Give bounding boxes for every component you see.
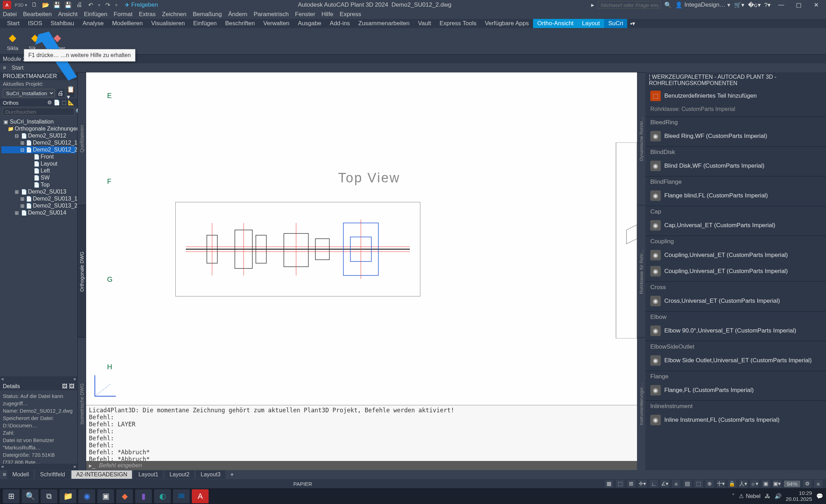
palette-item[interactable]: ◉Elbow 90.0°,Universal_ET (CustomParts I… [645,323,826,339]
pm-details-scrollbar[interactable]: «» [0,464,77,470]
pm-close-icon[interactable]: ✕ [70,73,75,80]
palette-item[interactable]: ◉Elbow Side Outlet,Universal_ET (CustomP… [645,352,826,369]
ribbon-tab-verwalten[interactable]: Verwalten [259,19,294,28]
status-gizmo-icon[interactable]: ⊕ [706,480,714,488]
taskbar-outlook[interactable]: ✉ [173,489,190,503]
help-icon[interactable]: ?▾ [764,1,771,9]
tray-clock[interactable]: 10:2920.01.2025 [786,490,812,502]
tree-item[interactable]: ⊟📄Demo2_SU012 [1,132,76,139]
menu-ändern[interactable]: Ändern [228,11,247,18]
qat-print-icon[interactable]: 🖨 [76,1,83,9]
qat-new-icon[interactable]: 🗋 [31,1,38,9]
project-tree[interactable]: ▣SuCri_Installation 📁Orthogonale Zeichnu… [0,117,77,376]
search-icon[interactable]: 🔍 [664,1,672,9]
status-snap-icon[interactable]: ⬚ [616,480,624,488]
status-2-icon[interactable]: 人▾ [739,480,748,488]
ribbon-tab-verfügbare-apps[interactable]: Verfügbare Apps [481,19,533,28]
maximize-button[interactable]: ▢ [792,1,806,9]
ribbon-tab-overflow-icon[interactable]: ▪▾ [630,20,635,27]
status-config-icon[interactable]: ⚙ [803,480,811,488]
tree-item[interactable]: ⊞📄Demo2_SU013_2 [1,202,76,209]
tray-weather[interactable]: ⚠ Nebel [739,493,761,499]
status-osnap-icon[interactable]: ∟ [650,480,658,488]
status-grid-icon[interactable]: ▦ [605,480,613,488]
status-ortho-icon[interactable]: ⊞ [627,480,636,488]
qat-open-icon[interactable]: 📂 [42,1,50,9]
details-icons[interactable]: 🖼 🖼 [62,383,75,390]
side-tab-2[interactable]: Isometrische DWG [78,337,86,470]
menu-zeichnen[interactable]: Zeichnen [162,11,187,18]
share-button[interactable]: ✈ Freigeben [125,1,158,9]
command-history[interactable]: Licad4Plant3D: Die momentane Zeichnung g… [86,405,637,461]
taskbar-explorer[interactable]: 📁 [59,489,76,503]
tree-item[interactable]: ⊟📄Demo2_SU012_2 [1,146,76,153]
side-tab-0[interactable]: Quelldateien [78,72,86,205]
command-line[interactable]: ▸_ Befehl eingeben [86,461,637,470]
taskbar-taskview[interactable]: ⧉ [41,489,57,503]
palette-item[interactable]: ◉Blind Disk,WF (CustomParts Imperial) [645,158,826,174]
ribbon-tab-ausgabe[interactable]: Ausgabe [294,19,326,28]
status-annotation-icon[interactable]: 十▾ [717,480,725,488]
status-selection-icon[interactable]: ⬚ [694,480,703,488]
cart-icon[interactable]: 🛒▾ [734,1,744,9]
ribbon-tab-layout[interactable]: Layout [578,19,604,28]
hamburger-icon[interactable]: ≡ [3,65,6,71]
palette-item[interactable]: ◉Cap,Universal_ET (CustomParts Imperial) [645,217,826,233]
pm-toolbar-icons[interactable]: ⚙ 📄 ⬚ 📐 [47,99,75,106]
tree-item[interactable]: ⊞📄Demo2_SU012_1 [1,139,76,146]
menu-fenster[interactable]: Fenster [295,11,315,18]
tray-notifications-icon[interactable]: 💬 [816,493,823,499]
palette-item[interactable]: ◉Coupling,Universal_ET (CustomParts Impe… [645,263,826,279]
tree-item[interactable]: 📄Left [1,167,76,174]
project-select[interactable]: SuCri_Installation [3,89,55,97]
ribbon-tab-vault[interactable]: Vault [414,19,435,28]
tray-sound-icon[interactable]: 🔊 [775,493,782,499]
taskbar-app3[interactable]: ▮ [135,489,152,503]
zoom-level[interactable]: 94% [784,481,800,487]
ribbon-tab-sucri[interactable]: SuCri [604,19,628,28]
menu-format[interactable]: Format [114,11,133,18]
menu-extras[interactable]: Extras [139,11,156,18]
ribbon-tab-stahlbau[interactable]: Stahlbau [47,19,78,28]
side-tab-1[interactable]: Orthogonale DWG [78,205,86,338]
taskbar-chrome[interactable]: ◉ [78,489,95,503]
status-lineweight-icon[interactable]: ≡ [672,480,680,488]
pm-scrollbar[interactable]: «» [0,376,77,383]
ribbon-tab-beschriften[interactable]: Beschriften [221,19,259,28]
layout-tab-layout3[interactable]: Layout3 [196,470,225,479]
ribbon-tab-zusammenarbeiten[interactable]: Zusammenarbeiten [354,19,414,28]
layout-tab-modell[interactable]: Modell [7,470,34,479]
taskbar-app4[interactable]: ◐ [154,489,171,503]
status-scale-icon[interactable]: 🔒 [728,480,736,488]
palette-side-tab-0[interactable]: Dynamische Rohrkl… [637,72,645,205]
layout-tabs-hamburger[interactable]: ≡ [3,471,6,478]
drawing-area[interactable]: E F G H Top View [86,72,637,405]
tree-item[interactable]: ⊞📄Demo2_SU013 [1,188,76,195]
tree-item[interactable]: 📄Front [1,153,76,160]
ribbon-tab-add-ins[interactable]: Add-ins [326,19,354,28]
menu-bemaßung[interactable]: Bemaßung [193,11,222,18]
layout-tab-schriftfeld[interactable]: Schriftfeld [35,470,70,479]
status-polar-icon[interactable]: ✢▾ [638,480,647,488]
ribbon-tab-visualisieren[interactable]: Visualisieren [147,19,189,28]
ribbon-tab-ortho-ansicht[interactable]: Ortho-Ansicht [533,19,578,28]
qat-saveas-icon[interactable]: 💾 [64,1,72,9]
taskbar-app2[interactable]: ◆ [116,489,133,503]
tray-network-icon[interactable]: 🖧 [765,493,770,499]
status-transparency-icon[interactable]: ▤ [683,480,692,488]
status-monitor-icon[interactable]: ▣ [762,480,770,488]
tree-item[interactable]: ⊞📄Demo2_SU013_1 [1,195,76,202]
ribbon-tab-isos[interactable]: ISOS [24,19,47,28]
ribbon-tab-einfügen[interactable]: Einfügen [189,19,221,28]
search-input[interactable] [598,1,661,9]
account-button[interactable]: 👤 IntegaDesign… ▾ [675,1,730,9]
tree-item[interactable]: 📄Layout [1,160,76,167]
pm-search-input[interactable] [3,108,74,115]
palette-side-tab-1[interactable]: Rohrklasse für Rohr… [637,205,645,338]
qat-redo-icon[interactable]: ↷ [104,1,112,9]
qat-save-icon[interactable]: 💾 [53,1,61,9]
minimize-button[interactable]: — [774,1,788,9]
menu-einfügen[interactable]: Einfügen [84,11,107,18]
tree-item[interactable]: ⊞📄Demo2_SU014 [1,209,76,216]
qat-undo-icon[interactable]: ↶ [87,1,94,9]
